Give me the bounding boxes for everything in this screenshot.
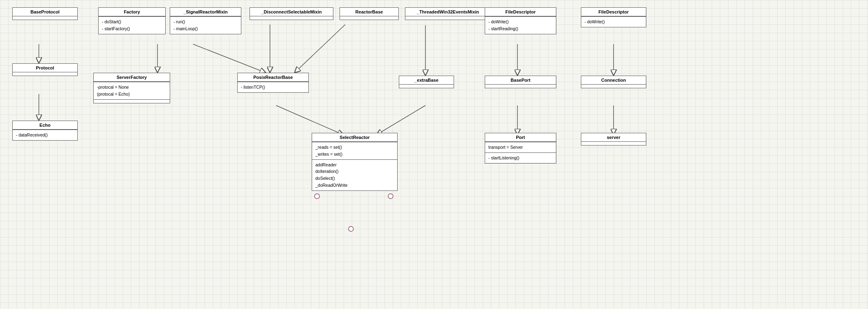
class-title-Protocol: Protocol <box>13 64 77 72</box>
class-title-Factory: Factory <box>99 8 165 16</box>
svg-point-14 <box>349 226 353 231</box>
class-title-BaseProtocol: BaseProtocol <box>13 8 77 16</box>
class-title-BasePort: BasePort <box>485 76 556 85</box>
class-body-BaseProtocol <box>13 16 77 20</box>
class-body-PosixReactorBase: - listenTCP() <box>238 82 308 92</box>
class-title-SelectReactor: SelectReactor <box>312 133 397 142</box>
class-body-Factory: - doStart()- startFactory() <box>99 16 165 34</box>
class-BaseProtocol: BaseProtocol <box>12 7 78 20</box>
class-ServerFactory: ServerFactory -protocal = None(protocal … <box>93 73 170 103</box>
class-body-FileDescriptor1: - doWrite()- startReading() <box>485 16 556 34</box>
class-Factory: Factory - doStart()- startFactory() <box>98 7 166 34</box>
class-FileDescriptor1: FileDescriptor - doWrite()- startReading… <box>485 7 556 34</box>
class-Port: Port transport = Server - startListening… <box>485 133 556 163</box>
svg-line-6 <box>276 105 344 135</box>
class-Connection: Connection <box>581 76 646 88</box>
class-body-ReactorBase <box>340 16 398 20</box>
class-body-BasePort <box>485 85 556 88</box>
class-body-FileDescriptor2: - doWrite() <box>581 16 646 27</box>
class-body-Connection <box>581 85 646 88</box>
class-ReactorBase: ReactorBase <box>340 7 399 20</box>
class-title-server: server <box>581 133 646 142</box>
class-methods-Port: - startListening() <box>485 152 556 163</box>
class-title-FileDescriptor1: FileDescriptor <box>485 8 556 16</box>
class-title-FileDescriptor2: FileDescriptor <box>581 8 646 16</box>
class-ThreadedWin32EventsMixin: _ThreadedWin32EventsMixin <box>405 7 491 20</box>
class-body-Protocol <box>13 72 77 76</box>
class-body-ServerFactory: -protocal = None(protocal = Echo) <box>94 82 170 99</box>
class-Protocol: Protocol <box>12 63 78 76</box>
class-methods-ServerFactory <box>94 99 170 103</box>
class-title-extraBase: _extraBase <box>399 76 454 85</box>
svg-point-13 <box>315 194 319 199</box>
class-DisconnectSelectableMixin: _DisconnectSelectableMixin <box>250 7 333 20</box>
svg-line-3 <box>193 44 266 73</box>
class-title-Port: Port <box>485 133 556 142</box>
class-title-PosixReactorBase: PosixReactorBase <box>238 73 308 82</box>
uml-canvas: BaseProtocol Protocol Echo - dataReceive… <box>0 0 868 309</box>
class-FileDescriptor2: FileDescriptor - doWrite() <box>581 7 646 27</box>
class-title-ReactorBase: ReactorBase <box>340 8 398 16</box>
class-Echo: Echo - dataReceived() <box>12 121 78 141</box>
class-title-SignalReactorMixin: _SignalReactorMixin <box>170 8 241 16</box>
class-attrs-SelectReactor: _reads = set()_writes = set() <box>312 142 397 159</box>
class-SignalReactorMixin: _SignalReactorMixin - run()- mainLoop() <box>170 7 241 34</box>
class-body-ThreadedWin32EventsMixin <box>405 16 490 20</box>
class-SelectReactor: SelectReactor _reads = set()_writes = se… <box>312 133 398 191</box>
class-title-Echo: Echo <box>13 121 77 130</box>
class-body-server <box>581 142 646 145</box>
class-extraBase: _extraBase <box>399 76 454 88</box>
svg-line-8 <box>376 105 425 135</box>
class-PosixReactorBase: PosixReactorBase - listenTCP() <box>237 73 309 93</box>
class-title-DisconnectSelectableMixin: _DisconnectSelectableMixin <box>250 8 333 16</box>
class-body-Echo: - dataReceived() <box>13 130 77 140</box>
class-body-DisconnectSelectableMixin <box>250 16 333 20</box>
svg-line-5 <box>295 25 345 73</box>
class-methods-SelectReactor: addReaderdoIteration()doSelect()_doReadO… <box>312 159 397 190</box>
class-server: server <box>581 133 646 146</box>
class-attrs-Port: transport = Server <box>485 142 556 152</box>
svg-point-15 <box>388 194 393 199</box>
class-title-Connection: Connection <box>581 76 646 85</box>
class-BasePort: BasePort <box>485 76 556 88</box>
arrows-svg <box>0 0 868 309</box>
class-body-extraBase <box>399 85 454 88</box>
class-title-ServerFactory: ServerFactory <box>94 73 170 82</box>
class-body-SignalReactorMixin: - run()- mainLoop() <box>170 16 241 34</box>
class-title-ThreadedWin32EventsMixin: _ThreadedWin32EventsMixin <box>405 8 490 16</box>
